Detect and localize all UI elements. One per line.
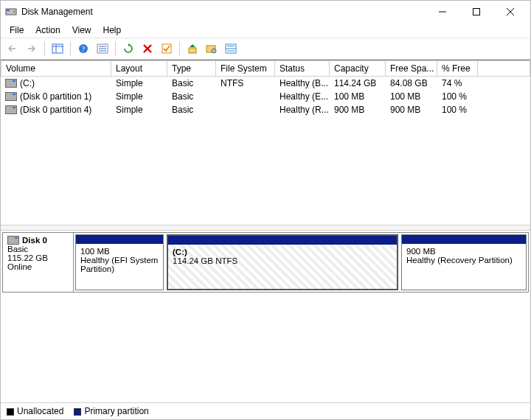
cell-type: Basic	[167, 103, 216, 116]
swatch-primary-icon	[74, 408, 81, 416]
cell-volume: (C:)	[20, 78, 35, 88]
arrow-left-icon	[7, 43, 18, 54]
column-headers: Volume Layout Type File System Status Ca…	[1, 60, 530, 77]
cell-status: Healthy (E...	[275, 90, 330, 103]
disk-map: Disk 0 Basic 115.22 GB Online 100 MB Hea…	[1, 231, 530, 294]
menu-action[interactable]: Action	[30, 24, 66, 37]
volume-rows: (C:) Simple Basic NTFS Healthy (B... 114…	[1, 77, 530, 116]
partition-size: 100 MB	[80, 247, 159, 256]
col-capacity[interactable]: Capacity	[330, 60, 386, 77]
check-icon	[162, 43, 172, 54]
volume-icon	[5, 79, 17, 88]
list-empty-area	[1, 116, 530, 225]
toolbar-separator	[179, 41, 180, 56]
col-status[interactable]: Status	[275, 60, 330, 77]
svg-rect-4	[473, 9, 480, 15]
refresh-icon	[123, 43, 133, 54]
cell-free: 900 MB	[386, 103, 437, 116]
col-layout[interactable]: Layout	[111, 60, 167, 77]
cell-type: Basic	[167, 77, 216, 90]
col-spacer	[478, 60, 530, 77]
partition-size: 114.24 GB NTFS	[173, 256, 392, 265]
table-row[interactable]: (Disk 0 partition 1) Simple Basic Health…	[1, 90, 530, 103]
legend-unallocated: Unallocated	[7, 406, 63, 416]
toolbar-refresh-button[interactable]	[119, 40, 137, 57]
partition-stripe	[168, 236, 397, 245]
col-type[interactable]: Type	[167, 60, 216, 77]
partition-recovery[interactable]: 900 MB Healthy (Recovery Partition)	[401, 234, 527, 290]
cell-fs: NTFS	[216, 77, 275, 90]
toolbar-list-pane-button[interactable]	[222, 40, 240, 57]
menu-file[interactable]: File	[4, 24, 30, 37]
partition-status: Healthy (Recovery Partition)	[406, 256, 521, 265]
svg-point-2	[13, 11, 15, 13]
disk-map-empty-area	[1, 294, 530, 402]
cell-volume: (Disk 0 partition 4)	[20, 105, 91, 115]
menubar: File Action View Help	[1, 23, 530, 38]
minimize-button[interactable]	[426, 1, 459, 23]
maximize-button[interactable]	[459, 1, 493, 23]
cell-status: Healthy (R...	[275, 103, 330, 116]
cell-pct: 74 %	[437, 77, 478, 90]
cell-pct: 100 %	[437, 90, 478, 103]
disk-name: Disk 0	[22, 236, 47, 245]
delete-x-icon	[142, 43, 153, 54]
menu-view[interactable]: View	[66, 24, 97, 37]
svg-rect-18	[162, 44, 171, 53]
partition-size: 900 MB	[406, 247, 521, 256]
help-icon: ?	[78, 43, 88, 54]
cell-fs	[216, 103, 275, 116]
disk-type: Basic	[7, 245, 69, 253]
svg-text:?: ?	[82, 45, 86, 53]
toolbar-separator	[115, 41, 116, 56]
volume-icon	[5, 105, 17, 114]
list-pane-icon	[225, 43, 237, 54]
toolbar-properties-button[interactable]	[203, 40, 221, 57]
toolbar-help-button[interactable]: ?	[74, 40, 92, 57]
svg-rect-19	[189, 48, 196, 53]
cell-layout: Simple	[111, 103, 167, 116]
close-icon	[507, 8, 514, 15]
cell-layout: Simple	[111, 90, 167, 103]
volume-icon	[5, 92, 17, 101]
legend-primary: Primary partition	[74, 406, 148, 416]
toolbar: ?	[1, 38, 530, 60]
table-row[interactable]: (C:) Simple Basic NTFS Healthy (B... 114…	[1, 77, 530, 90]
col-volume[interactable]: Volume	[1, 60, 111, 77]
console-tree-icon	[52, 43, 63, 54]
arrow-up-box-icon	[187, 43, 198, 54]
toolbar-delete-button[interactable]	[139, 40, 156, 57]
partition-status: Healthy (EFI System Partition)	[80, 256, 159, 273]
cell-free: 100 MB	[386, 90, 437, 103]
toolbar-console-tree-button[interactable]	[49, 40, 66, 57]
toolbar-up-button[interactable]	[184, 40, 201, 57]
toolbar-settings-button[interactable]	[94, 40, 111, 57]
partition-c[interactable]: (C:) 114.24 GB NTFS	[167, 234, 398, 290]
toolbar-back-button[interactable]	[4, 40, 21, 57]
pane-splitter[interactable]	[1, 225, 530, 231]
disk-state: Online	[7, 262, 69, 271]
volume-listview: Volume Layout Type File System Status Ca…	[1, 60, 530, 116]
table-row[interactable]: (Disk 0 partition 4) Simple Basic Health…	[1, 103, 530, 116]
disk-label[interactable]: Disk 0 Basic 115.22 GB Online	[3, 233, 74, 292]
swatch-unallocated-icon	[7, 408, 14, 416]
maximize-icon	[473, 8, 480, 15]
col-free-space[interactable]: Free Spa...	[386, 60, 437, 77]
col-percent-free[interactable]: % Free	[437, 60, 478, 77]
minimize-icon	[439, 8, 446, 15]
menu-help[interactable]: Help	[97, 24, 128, 37]
partition-efi[interactable]: 100 MB Healthy (EFI System Partition)	[75, 234, 164, 290]
svg-rect-1	[7, 10, 10, 11]
close-button[interactable]	[493, 1, 527, 23]
toolbar-separator	[70, 41, 71, 56]
disk-icon	[7, 236, 19, 245]
partition-stripe	[76, 235, 163, 244]
col-file-system[interactable]: File System	[216, 60, 275, 77]
cell-capacity: 100 MB	[330, 90, 386, 103]
toolbar-check-button[interactable]	[158, 40, 176, 57]
toolbar-forward-button[interactable]	[23, 40, 41, 57]
toolbar-separator	[44, 41, 45, 56]
svg-rect-7	[52, 44, 63, 53]
cell-layout: Simple	[111, 77, 167, 90]
disk-size: 115.22 GB	[7, 253, 69, 262]
